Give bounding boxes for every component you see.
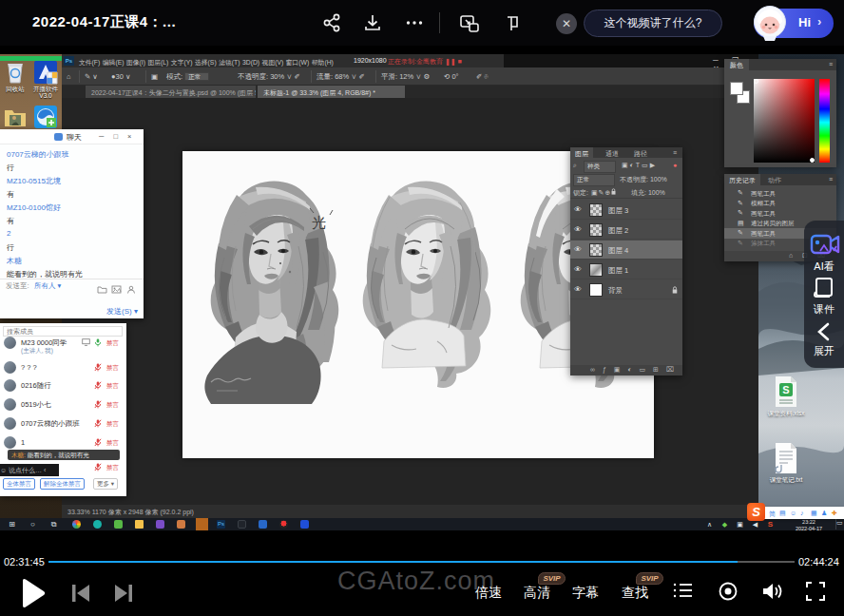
app-icon[interactable] [259,520,267,529]
tab-history[interactable]: 历史记录 [724,174,760,185]
layers-panel-footer-icons[interactable]: ∞ ƒ ▣ ◐ ▭ ⊞ ⌧ [570,365,682,375]
layer-row[interactable]: 👁图层 1 [570,260,682,279]
layer-name[interactable]: 背景 [608,286,623,296]
fullscreen-icon[interactable] [805,581,826,602]
speed-button[interactable]: 倍速 [475,585,502,602]
ps-menu-item[interactable]: 3D(D) [242,59,259,66]
ps-menu-item[interactable]: 滤镜(T) [219,59,240,66]
sogou-tray-icon[interactable]: S [766,520,775,529]
quality-button[interactable]: 高清 [524,585,550,602]
ask-video-input[interactable]: 这个视频讲了什么? [584,10,722,37]
share-icon[interactable] [321,12,342,33]
mute-all-button[interactable]: 全体禁言 [3,478,35,490]
download-icon[interactable] [362,12,383,33]
tray-icon[interactable]: ◀ [751,520,759,529]
app-icon[interactable] [300,520,309,529]
member-row[interactable]: 0216随行 禁言 [0,379,126,394]
member-badge[interactable]: 禁言 [106,464,119,472]
panel-menu-icon[interactable]: ≡ [829,176,833,183]
layer-thumbnail[interactable] [589,263,603,277]
app-icon[interactable] [93,520,102,529]
sogou-logo[interactable]: S [747,503,765,521]
search-icon[interactable]: ○ [29,520,37,529]
tab-channels[interactable]: 通道 [601,147,623,158]
notification-center-icon[interactable]: ▭ [835,519,843,529]
member-search-input[interactable] [3,326,123,337]
layer-row-selected[interactable]: 👁图层 4 [570,241,682,260]
sogou-tool-icon[interactable]: 简 [769,510,776,519]
app-icon[interactable] [279,520,288,529]
previous-button[interactable] [69,582,92,605]
subtitle-button[interactable]: 字幕 [572,585,599,602]
panel-toggle-icon[interactable]: ▣ [151,72,158,81]
ps-menu-item[interactable]: 图像(I) [126,59,145,66]
sogou-input-toolbar[interactable]: 简 ▤ ☺ ♪ ▦ ♟ ✚ [757,507,844,519]
volume-icon[interactable] [760,581,783,602]
folder-icon[interactable] [97,285,107,294]
home-icon[interactable]: ⌂ [67,72,71,81]
send-button[interactable]: 发送(S) ▾ [106,306,138,317]
send-to-selector[interactable]: 所有人 ▾ [34,281,61,291]
mic-muted-icon[interactable] [94,419,102,428]
assistant-avatar[interactable] [752,4,788,42]
mic-muted-icon[interactable] [94,400,102,409]
antivirus-tray-icon[interactable]: ◆ [720,520,729,529]
layer-thumbnail[interactable] [589,243,603,257]
mic-muted-icon[interactable] [94,463,102,472]
layer-row-background[interactable]: 👁背景 [570,280,682,299]
ps-menu-item[interactable]: 视图(V) [262,59,284,66]
expand-chevron-icon[interactable] [804,321,844,342]
mode-value-select[interactable]: 正常 [184,72,209,81]
tab-actions[interactable]: 动作 [768,176,781,185]
more-button[interactable]: 更多 ▾ [93,478,118,490]
layer-row[interactable]: 👁图层 2 [570,221,682,240]
sogou-toolbox-icon[interactable]: ✚ [832,510,837,517]
person-icon[interactable] [126,285,136,294]
mic-muted-icon[interactable] [94,363,102,372]
picture-in-picture-icon[interactable] [458,12,481,35]
folder-icon[interactable] [135,520,144,529]
next-button[interactable] [112,582,135,605]
play-button[interactable] [19,576,48,610]
sogou-mic-icon[interactable]: ♪ [800,510,804,516]
task-view-icon[interactable]: ⧉ [49,520,58,529]
member-row[interactable]: 1 禁言 [0,436,126,451]
image-icon[interactable] [111,285,122,294]
chat-titlebar[interactable]: 聊天 ─ □ × [0,129,144,144]
color-picker-marker[interactable] [754,79,758,84]
color-saturation-field[interactable] [754,79,815,163]
close-assistant-icon[interactable]: ✕ [556,13,577,34]
sogou-tool-icon[interactable]: ▤ [779,510,786,517]
member-row[interactable]: 0519小七 禁言 [0,398,126,413]
filter-toggle-icon[interactable]: ● [673,162,677,168]
ps-menu-item[interactable]: 图层(L) [147,59,168,66]
ps-menu-item[interactable]: 文字(Y) [171,59,193,66]
history-row[interactable]: ✎画笔工具 [724,208,836,219]
video-frame[interactable]: 回收站 开播软件 V3.0 Ps 文件(F)编辑(E)图像(I)图层(L)文字(… [0,54,844,530]
chat-window-controls[interactable]: ─ □ × [99,132,143,141]
mic-muted-icon[interactable] [94,438,102,447]
playlist-icon[interactable] [672,581,693,600]
ps-menu-items[interactable]: 文件(F)编辑(E)图像(I)图层(L)文字(Y)选择(S)滤镜(T)3D(D)… [79,58,336,67]
filter-type-icons[interactable]: ▣◐T▭▶ [622,162,657,169]
layer-name[interactable]: 图层 1 [608,266,628,276]
eye-icon[interactable]: 👁 [574,266,584,274]
member-row[interactable]: M23 0000同学 (主讲人, 我) 禁言 [0,337,126,356]
record-icon[interactable] [718,581,738,602]
layer-name[interactable]: 图层 4 [608,246,628,256]
member-mute-badge[interactable]: 禁言 [106,339,119,348]
tray-icon[interactable]: ▣ [736,520,744,529]
start-button[interactable]: ⊞ [8,520,16,529]
seek-bar[interactable] [48,561,795,563]
ai-view-label[interactable]: AI看 [804,260,844,274]
screen-share-icon[interactable] [82,338,90,346]
hue-slider[interactable] [819,79,830,163]
mic-on-icon[interactable] [94,338,102,347]
find-button[interactable]: 查找 [622,585,648,602]
panel-menu-icon[interactable]: ≡ [668,147,681,158]
taskbar-clock[interactable]: 23:222022-04-17 [787,518,831,530]
opacity-value-text[interactable]: 30% [270,72,284,81]
history-row[interactable]: ✎画笔工具 [724,188,836,199]
opacity-value[interactable]: 不透明度: 100% [620,175,667,184]
eye-icon[interactable]: 👁 [574,246,584,254]
